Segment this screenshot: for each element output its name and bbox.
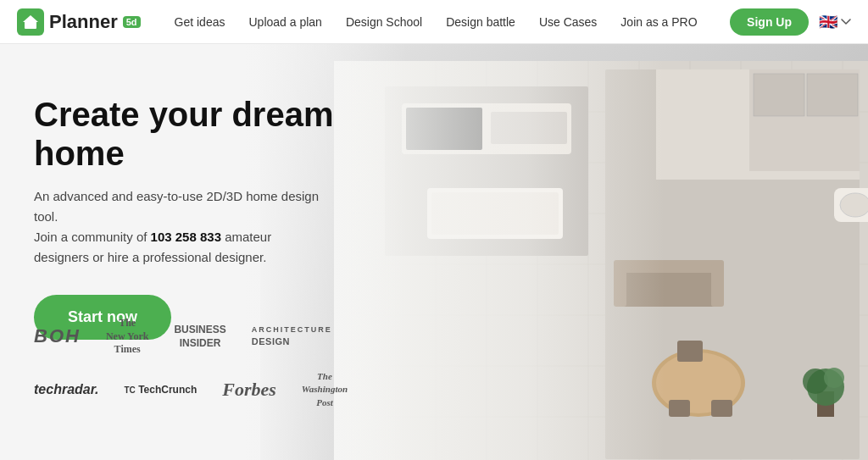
signup-button[interactable]: Sign Up: [730, 8, 809, 36]
press-boh: BOH: [34, 325, 81, 347]
svg-rect-0: [25, 21, 36, 29]
svg-marker-1: [23, 15, 38, 22]
room-svg: [334, 61, 868, 460]
chevron-down-icon: [841, 19, 851, 25]
community-count: 103 258 833: [151, 230, 221, 244]
language-selector[interactable]: 🇬🇧: [819, 13, 851, 31]
svg-rect-46: [334, 61, 868, 460]
nav-design-school[interactable]: Design School: [336, 10, 432, 34]
logo[interactable]: Planner 5d: [17, 8, 141, 36]
nav-upload-plan[interactable]: Upload a plan: [238, 10, 331, 34]
flag-icon: 🇬🇧: [819, 13, 837, 31]
press-row-1: BOH TheNew YorkTimes BUSINESSINSIDER ARC…: [34, 317, 373, 357]
logo-version-badge: 5d: [123, 16, 141, 28]
logo-icon: [17, 8, 44, 36]
logo-wordmark: Planner: [49, 11, 118, 33]
nav-links: Get ideas Upload a plan Design School De…: [164, 10, 731, 34]
hero-content: Create your dream home An advanced and e…: [0, 44, 407, 460]
hero-subtitle: An advanced and easy-to-use 2D/3D home d…: [34, 186, 322, 268]
press-architecture-design: ARCHITECTUREDESIGN: [252, 325, 332, 347]
press-row-2: techradar. TC TechCrunch Forbes TheWashi…: [34, 370, 373, 409]
press-logos: BOH TheNew YorkTimes BUSINESSINSIDER ARC…: [0, 297, 407, 443]
press-washington-post: TheWashingtonPost: [302, 370, 348, 409]
nav-design-battle[interactable]: Design battle: [436, 10, 526, 34]
nav-right: Sign Up 🇬🇧: [730, 8, 851, 36]
press-techcrunch: TC TechCrunch: [124, 384, 197, 396]
hero-section: Create your dream home An advanced and e…: [0, 44, 868, 460]
nav-use-cases[interactable]: Use Cases: [529, 10, 607, 34]
press-business-insider: BUSINESSINSIDER: [174, 323, 225, 352]
nav-get-ideas[interactable]: Get ideas: [164, 10, 236, 34]
logo-house-icon: [22, 14, 39, 30]
room-illustration: [334, 61, 868, 460]
nav-join-pro[interactable]: Join as a PRO: [610, 10, 707, 34]
hero-title: Create your dream home: [34, 95, 373, 173]
press-nyt: TheNew YorkTimes: [106, 317, 149, 357]
press-forbes: Forbes: [222, 379, 276, 401]
press-techradar: techradar.: [34, 382, 98, 397]
navbar: Planner 5d Get ideas Upload a plan Desig…: [0, 0, 868, 44]
